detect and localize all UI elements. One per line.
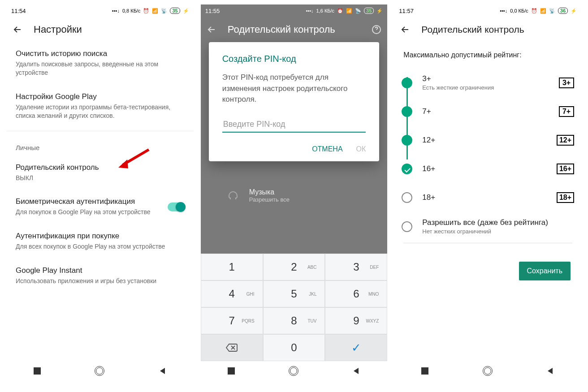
item-title: Очистить историю поиска [16,49,185,58]
item-sub: Удалить поисковые запросы, введенные на … [16,60,185,77]
settings-list: Очистить историю поиска Удалить поисковы… [7,42,194,361]
status-right: •••↓1,6 КБ/с ⏰ 📶 📡 35 ⚡ [306,8,383,14]
cancel-button[interactable]: ОТМЕНА [312,145,342,153]
rating-option-12[interactable]: 12+ 12+ [394,126,581,155]
status-bar: 11:55 •••↓1,6 КБ/с ⏰ 📶 📡 35 ⚡ [201,4,388,17]
nav-home-icon[interactable] [95,366,104,376]
key-2[interactable]: 2ABC [263,254,325,280]
help-icon[interactable] [371,24,382,35]
key-6[interactable]: 6MNO [325,280,387,307]
status-right: •••↓0,8 КБ/с ⏰ 📶 📡 35 ⚡ [112,8,189,14]
item-title: Биометрическая аутентификация [16,197,162,206]
nav-recent-icon[interactable] [421,367,428,375]
screen-pin-dialog: 11:55 •••↓1,6 КБ/с ⏰ 📶 📡 35 ⚡ Родительск… [201,4,388,381]
appbar: Родительский контроль [394,17,581,42]
rating-option-7[interactable]: 7+ 7+ [394,97,581,126]
rating-option-16[interactable]: 16+ 16+ [394,155,581,183]
pin-input[interactable] [222,117,366,133]
rating-header: Максимально допустимый рейтинг: [394,42,581,68]
section-personal: Личные [7,134,194,156]
key-backspace[interactable] [201,334,263,361]
key-done[interactable]: ✓ [325,334,387,361]
radio-checked-icon [402,164,412,174]
back-icon[interactable] [12,24,23,35]
music-sub: Разрешить все [249,196,290,203]
battery-icon: 36 [558,8,568,14]
alarm-icon: ⏰ [337,8,343,14]
item-title: Родительский контроль [16,163,185,172]
screen-rating: 11:57 •••↓0,0 КБ/с ⏰ 📶 📡 36 ⚡ Родительск… [394,4,581,381]
item-sub: Для покупок в Google Play на этом устрой… [16,208,162,216]
nav-back-icon[interactable] [546,367,554,375]
dimmed-content: Родительский контроль от Создайте PIN-ко… [201,42,388,361]
item-title: Аутентификация при покупке [16,232,185,241]
pin-dialog: Создайте PIN-код Этот PIN-код потребуетс… [209,42,380,161]
radio-icon [402,135,412,146]
nav-back-icon[interactable] [159,367,167,375]
key-4[interactable]: 4GHI [201,280,263,307]
instant-item[interactable]: Google Play Instant Использовать приложе… [7,259,194,293]
charge-icon: ⚡ [571,8,577,14]
signal-icon: 📶 [152,8,158,14]
rating-option-18[interactable]: 18+ 18+ [394,183,581,212]
rating-badge: 18+ [557,192,574,203]
charge-icon: ⚡ [183,8,189,14]
biometric-item[interactable]: Биометрическая аутентификация Для покупо… [7,190,194,224]
back-icon[interactable] [206,24,217,35]
key-3[interactable]: 3DEF [325,254,387,280]
wifi-icon: 📡 [355,8,361,14]
nav-bar [7,361,194,381]
annotation-arrow [117,146,152,173]
screen-settings: 11:54 •••↓0,8 КБ/с ⏰ 📶 📡 35 ⚡ Настройки … [7,4,194,381]
purchase-auth-item[interactable]: Аутентификация при покупке Для всех поку… [7,224,194,259]
nav-bar [201,361,388,381]
dialog-title: Создайте PIN-код [222,54,366,64]
wifi-icon: 📡 [161,8,167,14]
rating-badge: 3+ [559,78,574,88]
option-label: 16+ [422,164,547,173]
appbar: Родительский контроль [201,17,388,42]
nav-recent-icon[interactable] [34,367,41,375]
divider [403,243,572,243]
music-title: Музыка [249,188,290,196]
key-9[interactable]: 9WXYZ [325,307,387,334]
ok-button[interactable]: ОК [356,145,366,153]
status-right: •••↓0,0 КБ/с ⏰ 📶 📡 36 ⚡ [500,8,577,14]
key-5[interactable]: 5JKL [263,280,325,307]
nav-home-icon[interactable] [289,366,298,376]
rating-option-3[interactable]: 3+Есть жесткие ограничения 3+ [394,68,581,97]
option-sub: Есть жесткие ограничения [422,84,549,91]
signal-icon: 📶 [540,8,546,14]
parental-control-item[interactable]: Родительский контроль ВЫКЛ [7,156,194,190]
play-settings-item[interactable]: Настройки Google Play Удаление истории и… [7,85,194,128]
rating-option-allow-all[interactable]: Разрешить все (даже без рейтинга)Нет жес… [394,212,581,241]
item-sub: Использовать приложения и игры без устан… [16,277,185,285]
back-icon[interactable] [400,24,411,35]
key-8[interactable]: 8TUV [263,307,325,334]
key-0[interactable]: 0 [263,334,325,361]
battery-icon: 35 [170,8,180,14]
rating-badge: 7+ [559,106,574,117]
option-label: Разрешить все (даже без рейтинга) [422,218,574,227]
key-1[interactable]: 1 [201,254,263,280]
radio-icon [402,221,412,232]
alarm-icon: ⏰ [143,8,149,14]
key-7[interactable]: 7PQRS [201,307,263,334]
alarm-icon: ⏰ [531,8,537,14]
backspace-icon [225,343,238,352]
nav-home-icon[interactable] [483,366,493,376]
biometric-switch[interactable] [168,202,185,211]
nav-back-icon[interactable] [352,367,360,375]
nav-recent-icon[interactable] [228,367,235,375]
item-sub: Удаление истории из программы бета-тести… [16,103,185,120]
dialog-body: Этот PIN-код потребуется для изменения н… [222,72,366,105]
radio-connector [406,77,408,159]
page-title: Настройки [34,24,82,35]
option-label: 7+ [422,107,549,116]
item-title: Google Play Instant [16,266,185,275]
status-time: 11:54 [11,8,26,14]
save-button[interactable]: Сохранить [519,262,571,280]
page-title: Родительский контроль [421,24,524,35]
clear-history-item[interactable]: Очистить историю поиска Удалить поисковы… [7,42,194,85]
option-sub: Нет жестких ограничений [422,228,574,235]
